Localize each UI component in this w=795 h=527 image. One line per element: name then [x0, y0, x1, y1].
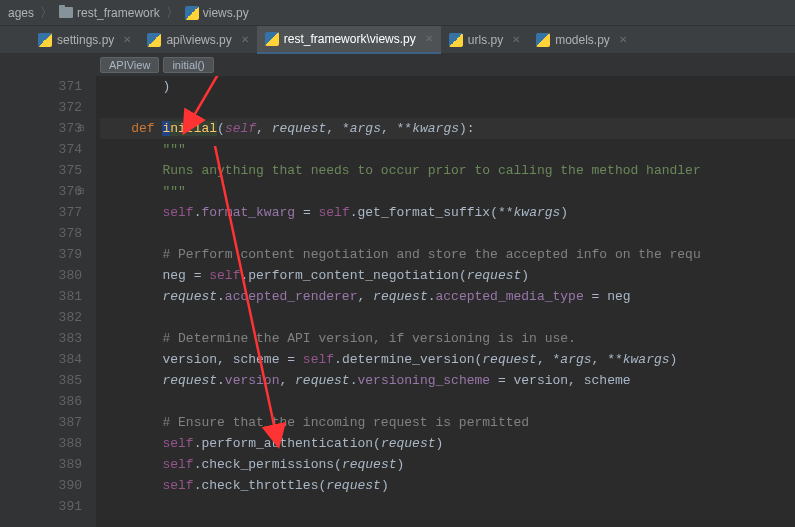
code-line[interactable]: self.perform_authentication(request)	[100, 433, 795, 454]
line-gutter: 371372373⊟374375376⊞37737837938038138238…	[0, 76, 96, 527]
chevron-right-icon: 〉	[40, 4, 53, 22]
line-number: 390	[30, 475, 82, 496]
editor-tab[interactable]: models.py✕	[528, 26, 635, 54]
code-line[interactable]: def initial(self, request, *args, **kwar…	[100, 118, 795, 139]
code-line[interactable]: request.version, request.versioning_sche…	[100, 370, 795, 391]
code-line[interactable]	[100, 496, 795, 517]
line-number: 385	[30, 370, 82, 391]
editor-tab[interactable]: settings.py✕	[30, 26, 139, 54]
code-line[interactable]: """	[100, 139, 795, 160]
breadcrumb: ages 〉 rest_framework 〉 views.py	[0, 0, 795, 26]
code-line[interactable]: self.format_kwarg = self.get_format_suff…	[100, 202, 795, 223]
code-line[interactable]	[100, 391, 795, 412]
context-class[interactable]: APIView	[100, 57, 159, 73]
line-number: 386	[30, 391, 82, 412]
line-number: 388	[30, 433, 82, 454]
fold-icon[interactable]: ⊟	[78, 118, 84, 139]
close-icon[interactable]: ✕	[241, 34, 249, 45]
code-line[interactable]: Runs anything that needs to occur prior …	[100, 160, 795, 181]
tab-label: rest_framework\views.py	[284, 32, 416, 46]
line-number: 374	[30, 139, 82, 160]
code-line[interactable]: self.check_permissions(request)	[100, 454, 795, 475]
fold-icon[interactable]: ⊞	[78, 181, 84, 202]
line-number: 383	[30, 328, 82, 349]
close-icon[interactable]: ✕	[512, 34, 520, 45]
line-number: 381	[30, 286, 82, 307]
editor-tab[interactable]: urls.py✕	[441, 26, 528, 54]
folder-icon	[59, 7, 73, 18]
context-bar: APIView initial()	[0, 54, 795, 76]
tab-label: urls.py	[468, 33, 503, 47]
code-line[interactable]	[100, 307, 795, 328]
code-line[interactable]: self.check_throttles(request)	[100, 475, 795, 496]
python-file-icon	[147, 33, 161, 47]
code-area[interactable]: ) def initial(self, request, *args, **kw…	[96, 76, 795, 527]
line-number: 376⊞	[30, 181, 82, 202]
line-number: 391	[30, 496, 82, 517]
chevron-right-icon: 〉	[166, 4, 179, 22]
line-number: 378	[30, 223, 82, 244]
line-number: 379	[30, 244, 82, 265]
breadcrumb-item[interactable]: views.py	[185, 6, 249, 20]
line-number: 377	[30, 202, 82, 223]
python-file-icon	[449, 33, 463, 47]
code-line[interactable]: """	[100, 181, 795, 202]
code-line[interactable]: version, scheme = self.determine_version…	[100, 349, 795, 370]
code-line[interactable]: # Perform content negotiation and store …	[100, 244, 795, 265]
code-line[interactable]: request.accepted_renderer, request.accep…	[100, 286, 795, 307]
python-file-icon	[185, 6, 199, 20]
editor-tab[interactable]: rest_framework\views.py✕	[257, 26, 441, 54]
line-number: 371	[30, 76, 82, 97]
context-method[interactable]: initial()	[163, 57, 213, 73]
editor[interactable]: 371372373⊟374375376⊞37737837938038138238…	[0, 76, 795, 527]
code-line[interactable]	[100, 223, 795, 244]
line-number: 389	[30, 454, 82, 475]
line-number: 375	[30, 160, 82, 181]
line-number: 387	[30, 412, 82, 433]
breadcrumb-item[interactable]: rest_framework	[59, 6, 160, 20]
python-file-icon	[38, 33, 52, 47]
line-number: 373⊟	[30, 118, 82, 139]
editor-tab[interactable]: api\views.py✕	[139, 26, 256, 54]
tab-label: settings.py	[57, 33, 114, 47]
tab-label: models.py	[555, 33, 610, 47]
close-icon[interactable]: ✕	[425, 33, 433, 44]
line-number: 380	[30, 265, 82, 286]
code-line[interactable]	[100, 97, 795, 118]
code-line[interactable]: # Ensure that the incoming request is pe…	[100, 412, 795, 433]
close-icon[interactable]: ✕	[123, 34, 131, 45]
tab-label: api\views.py	[166, 33, 231, 47]
code-line[interactable]: # Determine the API version, if versioni…	[100, 328, 795, 349]
python-file-icon	[265, 32, 279, 46]
close-icon[interactable]: ✕	[619, 34, 627, 45]
python-file-icon	[536, 33, 550, 47]
line-number: 382	[30, 307, 82, 328]
code-line[interactable]: neg = self.perform_content_negotiation(r…	[100, 265, 795, 286]
line-number: 372	[30, 97, 82, 118]
line-number: 384	[30, 349, 82, 370]
code-line[interactable]: )	[100, 76, 795, 97]
editor-tabs: settings.py✕api\views.py✕rest_framework\…	[0, 26, 795, 54]
breadcrumb-item[interactable]: ages	[8, 6, 34, 20]
